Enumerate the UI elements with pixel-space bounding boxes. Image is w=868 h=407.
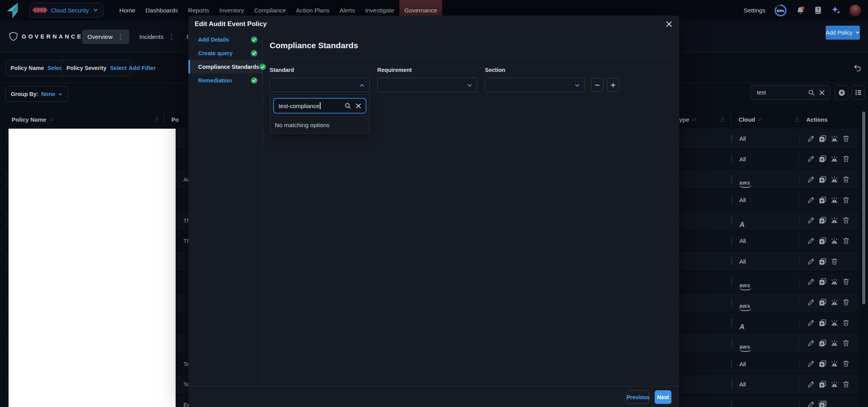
clone-icon[interactable]	[818, 277, 827, 286]
alarm-icon[interactable]	[830, 195, 839, 204]
sort-icon[interactable]: ↓↑	[49, 117, 53, 122]
edit-icon[interactable]	[806, 277, 816, 286]
delete-icon[interactable]	[841, 216, 851, 225]
edit-icon[interactable]	[806, 379, 816, 389]
clone-icon[interactable]	[818, 318, 827, 327]
delete-icon[interactable]	[841, 154, 851, 164]
drag-handle-icon[interactable]	[796, 117, 799, 122]
delete-icon[interactable]	[841, 339, 851, 348]
nav-item[interactable]: Home	[114, 0, 140, 21]
clone-icon[interactable]	[818, 339, 827, 348]
governance-tab[interactable]: Overview ⋮	[82, 30, 129, 44]
previous-button[interactable]: Previous	[626, 390, 649, 404]
sort-icon[interactable]: ↓↑	[692, 117, 696, 122]
delete-icon[interactable]	[841, 379, 851, 389]
search-icon[interactable]	[808, 89, 815, 96]
clone-icon[interactable]	[818, 298, 827, 307]
next-button[interactable]: Next	[655, 390, 671, 404]
kebab-menu-icon[interactable]: ⋮	[168, 33, 175, 40]
alarm-icon[interactable]	[830, 318, 839, 327]
add-filter-link[interactable]: Add Filter	[129, 65, 156, 71]
drag-handle-icon[interactable]	[721, 117, 724, 122]
alarm-icon[interactable]	[830, 216, 839, 225]
delete-icon[interactable]	[841, 359, 851, 369]
column-header-type-partial[interactable]: ype↓↑	[679, 110, 696, 129]
brand-logo-icon[interactable]	[5, 2, 22, 20]
download-button[interactable]	[835, 85, 848, 100]
edit-icon[interactable]	[806, 257, 816, 266]
edit-icon[interactable]	[806, 298, 816, 307]
delete-icon[interactable]	[841, 277, 851, 286]
add-standard-button[interactable]	[607, 78, 619, 92]
edit-icon[interactable]	[806, 154, 816, 164]
dropdown-search-input[interactable]: test-compliance	[273, 98, 366, 114]
filter-policy-severity[interactable]: Policy Severity Select	[61, 60, 132, 76]
edit-icon[interactable]	[806, 359, 816, 369]
delete-icon[interactable]	[841, 195, 851, 204]
table-search-input[interactable]: test	[750, 85, 830, 100]
edit-icon[interactable]	[806, 134, 816, 143]
drag-handle-icon[interactable]	[155, 117, 159, 122]
alarm-icon[interactable]	[830, 298, 839, 307]
wizard-step[interactable]: Add Details	[188, 33, 262, 46]
edit-icon[interactable]	[806, 236, 816, 245]
sort-icon[interactable]: ↓↑	[758, 117, 762, 122]
clone-icon[interactable]	[818, 195, 827, 204]
wizard-step[interactable]: Remediation	[188, 73, 262, 87]
scrollbar-thumb[interactable]	[862, 112, 865, 304]
delete-icon[interactable]	[841, 134, 851, 143]
edit-icon[interactable]	[806, 195, 816, 204]
alarm-icon[interactable]	[830, 236, 839, 245]
edit-icon[interactable]	[806, 216, 816, 225]
alarm-icon[interactable]	[830, 134, 839, 143]
user-avatar[interactable]	[849, 5, 861, 16]
filter-select-link[interactable]: Select	[110, 65, 127, 71]
settings-link[interactable]: Settings	[744, 7, 765, 14]
clone-icon[interactable]	[818, 400, 827, 407]
clone-icon[interactable]	[818, 216, 827, 225]
clone-icon[interactable]	[818, 154, 827, 164]
edit-icon[interactable]	[806, 318, 816, 327]
column-settings-button[interactable]	[852, 85, 865, 100]
alarm-icon[interactable]	[830, 379, 839, 389]
group-by-control[interactable]: Group By: None	[5, 86, 68, 102]
column-header-policy-name[interactable]: Policy Name↓↑	[12, 110, 53, 129]
clone-icon[interactable]	[818, 175, 827, 184]
product-switcher[interactable]: Cloud Security	[30, 3, 103, 17]
governance-tab[interactable]: Incidents ⋮	[138, 30, 176, 44]
usage-ring[interactable]: 83%	[774, 4, 787, 17]
nav-item[interactable]: Dashboards	[140, 0, 183, 21]
delete-icon[interactable]	[841, 236, 851, 245]
alarm-icon[interactable]	[830, 175, 839, 184]
alarm-icon[interactable]	[830, 154, 839, 164]
delete-icon[interactable]	[841, 298, 851, 307]
search-icon[interactable]	[344, 102, 352, 110]
ai-sparkles-icon[interactable]	[831, 5, 841, 15]
clear-search-icon[interactable]	[819, 89, 825, 96]
clone-icon[interactable]	[818, 236, 827, 245]
delete-icon[interactable]	[841, 175, 851, 184]
wizard-step[interactable]: Create query	[188, 46, 262, 60]
delete-icon[interactable]	[830, 257, 839, 266]
clone-icon[interactable]	[818, 359, 827, 369]
clone-icon[interactable]	[818, 257, 827, 266]
notifications-bell-icon[interactable]	[796, 6, 805, 15]
filter-policy-name[interactable]: Policy Name Select	[5, 60, 69, 76]
select-input[interactable]	[270, 78, 370, 92]
delete-icon[interactable]	[841, 318, 851, 327]
edit-icon[interactable]	[806, 339, 816, 348]
edit-icon[interactable]	[806, 175, 816, 184]
wizard-step[interactable]: Compliance Standards	[188, 60, 262, 73]
alarm-icon[interactable]	[830, 277, 839, 286]
alarm-icon[interactable]	[830, 359, 839, 369]
reset-undo-icon[interactable]	[853, 64, 862, 74]
select-input[interactable]	[377, 78, 477, 92]
close-icon[interactable]	[665, 20, 673, 28]
help-book-icon[interactable]: ?	[814, 6, 823, 15]
group-by-value[interactable]: None	[41, 91, 55, 97]
clone-icon[interactable]	[818, 134, 827, 143]
column-header-cloud[interactable]: Cloud↓↑	[739, 110, 762, 129]
add-policy-button[interactable]: Add Policy	[826, 26, 860, 40]
remove-standard-button[interactable]	[591, 78, 603, 92]
table-scrollbar[interactable]	[862, 111, 866, 407]
